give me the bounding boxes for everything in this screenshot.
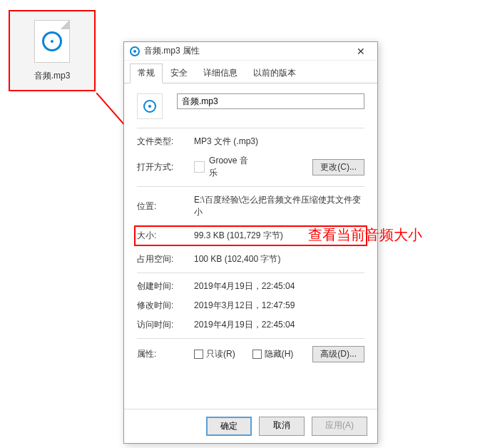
created-label: 创建时间: (137, 280, 194, 292)
audio-disc-icon (42, 31, 62, 51)
tab-security[interactable]: 安全 (163, 63, 195, 83)
location-value: E:\百度经验\怎么把音频文件压缩使其文件变小 (194, 194, 364, 218)
file-icon-selected[interactable]: 音频.mp3 (9, 10, 96, 91)
location-label: 位置: (137, 200, 194, 213)
filename-input[interactable] (177, 93, 364, 109)
tab-details[interactable]: 详细信息 (195, 63, 245, 83)
advanced-button[interactable]: 高级(D)... (312, 346, 364, 362)
attributes-label: 属性: (137, 348, 194, 360)
openwith-value: Groove 音乐 (209, 155, 253, 179)
openwith-label: 打开方式: (137, 161, 194, 173)
annotation-text: 查看当前音频大小 (308, 225, 422, 245)
size-label: 大小: (137, 230, 194, 242)
change-button[interactable]: 更改(C)... (312, 159, 364, 175)
hidden-label: 隐藏(H) (265, 348, 294, 360)
accessed-value: 2019年4月19日，22:45:04 (194, 319, 364, 331)
filetype-value: MP3 文件 (.mp3) (194, 136, 364, 148)
dialog-buttons: 确定 取消 应用(A) (124, 409, 377, 443)
ok-button[interactable]: 确定 (206, 417, 252, 436)
created-value: 2019年4月19日，22:45:04 (194, 280, 364, 292)
readonly-checkbox[interactable] (194, 350, 203, 359)
file-thumbnail (34, 20, 70, 63)
groove-music-icon (194, 161, 205, 173)
file-name-label: 音频.mp3 (34, 70, 71, 82)
audio-icon (130, 46, 140, 56)
titlebar: 音频.mp3 属性 ✕ (124, 42, 377, 61)
sizedisk-label: 占用空间: (137, 253, 194, 265)
filetype-label: 文件类型: (137, 136, 194, 148)
tabstrip: 常规 安全 详细信息 以前的版本 (124, 61, 377, 83)
dialog-body: 文件类型: MP3 文件 (.mp3) 打开方式: Groove 音乐 更改(C… (124, 83, 377, 409)
file-type-icon (137, 93, 163, 119)
modified-label: 修改时间: (137, 300, 194, 312)
dialog-title: 音频.mp3 属性 (144, 45, 350, 57)
tab-previous-versions[interactable]: 以前的版本 (245, 63, 304, 83)
readonly-label: 只读(R) (206, 348, 235, 360)
cancel-button[interactable]: 取消 (259, 417, 305, 436)
tab-general[interactable]: 常规 (130, 63, 163, 83)
close-button[interactable]: ✕ (350, 46, 372, 57)
sizedisk-value: 100 KB (102,400 字节) (194, 253, 364, 265)
accessed-label: 访问时间: (137, 319, 194, 331)
hidden-checkbox[interactable] (252, 350, 262, 359)
modified-value: 2019年3月12日，12:47:59 (194, 300, 364, 312)
apply-button[interactable]: 应用(A) (312, 417, 367, 436)
audio-disc-icon (143, 100, 156, 113)
